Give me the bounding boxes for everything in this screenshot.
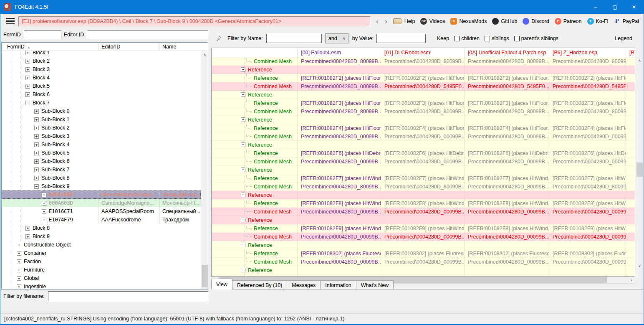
- value-cell[interactable]: [381, 241, 464, 249]
- value-cell[interactable]: [297, 141, 381, 149]
- record-field-row[interactable]: Combined MeshPrecombined\0004280D_80099B…: [212, 57, 635, 66]
- record-field-row[interactable]: Reference[REFR:001082F8] (places HitWind…: [212, 199, 635, 208]
- value-cell[interactable]: Precombined\0004280D_80099B...: [464, 57, 549, 65]
- record-field-row[interactable]: Combined MeshPrecombined\0004280D_00099B…: [212, 258, 635, 266]
- table-vertical-scrollbar[interactable]: ∧ ∨: [636, 48, 643, 277]
- value-cell[interactable]: [549, 66, 626, 74]
- value-cell[interactable]: [626, 266, 635, 274]
- value-cell[interactable]: [REFR:001082F3] (places HitFloor...: [464, 99, 549, 107]
- value-cell[interactable]: Precombined\0004280D_00099B...: [381, 157, 464, 165]
- pin-icon[interactable]: [216, 36, 222, 41]
- value-cell[interactable]: Precombined\0004280D_00099B...: [464, 157, 549, 165]
- value-cell[interactable]: Precombined\0004280D_80099B...: [381, 57, 464, 65]
- checkbox-icon[interactable]: [485, 36, 490, 41]
- value-cell[interactable]: Precombined\0004280D_00099B...: [381, 258, 464, 266]
- expand-icon[interactable]: +: [17, 251, 21, 256]
- expand-icon[interactable]: +: [25, 59, 30, 63]
- value-cell[interactable]: [REFR:001082F4] (places HitFloor...: [464, 124, 549, 132]
- record-group-row[interactable]: −Reference: [212, 116, 635, 124]
- value-cell[interactable]: [REFR:001082F9] (places HitWind...: [549, 224, 626, 232]
- expand-icon[interactable]: +: [42, 201, 46, 206]
- record-field-row[interactable]: Reference[REFR:00108303] (places Fluores…: [212, 274, 635, 276]
- tree-node-row[interactable]: +Global: [2, 274, 201, 282]
- value-cell[interactable]: [626, 57, 635, 65]
- value-cell[interactable]: [REFR:00108302] (places Fluoresc...: [549, 249, 626, 257]
- value-cell[interactable]: [626, 233, 635, 241]
- value-cell[interactable]: [464, 266, 549, 274]
- value-cell[interactable]: [626, 82, 635, 90]
- value-cell[interactable]: Precombined\0004280D_00099B...: [297, 233, 381, 241]
- expand-icon[interactable]: +: [34, 168, 39, 172]
- value-cell[interactable]: [297, 241, 381, 249]
- close-button[interactable]: [624, 0, 644, 14]
- tree-node-row[interactable]: +Block 5: [2, 82, 201, 90]
- record-field-row[interactable]: Reference[REFR:001082F6] (places HitDebr…: [212, 149, 635, 157]
- value-cell[interactable]: Precombined\0004280D_00099B...: [549, 208, 626, 216]
- value-cell[interactable]: [REFR:001082F6] (places HitDebri...: [381, 149, 464, 157]
- record-group-row[interactable]: −Reference: [212, 91, 635, 99]
- value-cell[interactable]: [626, 199, 635, 207]
- record-group-row[interactable]: −Reference: [212, 241, 635, 249]
- tree-node-row[interactable]: +Block 9: [2, 232, 201, 241]
- link-github[interactable]: GitHub: [492, 18, 517, 25]
- value-cell[interactable]: Precombined\0004280D_00099B...: [549, 233, 626, 241]
- value-cell[interactable]: [626, 174, 635, 182]
- filter-value-input[interactable]: [376, 34, 426, 43]
- tab-information[interactable]: Information: [320, 280, 356, 289]
- value-cell[interactable]: [297, 116, 381, 124]
- collapse-icon[interactable]: −: [241, 67, 245, 72]
- value-cell[interactable]: Precombined\0004280D_80099B...: [549, 107, 626, 115]
- value-cell[interactable]: Precombined\0004280D_00099B...: [549, 132, 626, 140]
- value-cell[interactable]: [626, 208, 635, 216]
- tree-record-row[interactable]: +000A603DCambridgeMonsigno...Монсиньор-П…: [2, 199, 201, 207]
- record-field-row[interactable]: Reference[REFR:001082F4] (places HitFloo…: [212, 124, 635, 132]
- expand-icon[interactable]: +: [17, 284, 21, 289]
- value-cell[interactable]: [549, 191, 626, 199]
- record-group-row[interactable]: −Reference: [212, 141, 635, 149]
- value-cell[interactable]: [REFR:001082F8] (places HitWind...: [549, 199, 626, 207]
- value-cell[interactable]: Precombined\0004280D_00099B...: [381, 233, 464, 241]
- expand-icon[interactable]: +: [42, 209, 46, 214]
- value-cell[interactable]: [549, 216, 626, 224]
- expand-icon[interactable]: +: [25, 92, 30, 97]
- expand-icon[interactable]: +: [34, 126, 39, 130]
- expand-icon[interactable]: +: [34, 109, 39, 114]
- tree-node-row[interactable]: +Sub-Block 2: [2, 124, 201, 132]
- collapse-icon[interactable]: −: [241, 117, 245, 122]
- formid-input[interactable]: [24, 30, 61, 39]
- value-cell[interactable]: [549, 241, 626, 249]
- record-field-row[interactable]: Reference[REFR:00108302] (places Fluores…: [212, 249, 635, 258]
- link-videos[interactable]: GPVideos: [420, 18, 445, 25]
- maximize-button[interactable]: [605, 0, 624, 14]
- expand-icon[interactable]: +: [42, 218, 46, 222]
- record-group-row[interactable]: −Reference: [212, 166, 635, 174]
- value-cell[interactable]: [626, 241, 635, 249]
- expand-icon[interactable]: +: [17, 259, 21, 264]
- value-cell[interactable]: [REFR:00108303] (places Fluoresc...: [381, 274, 464, 276]
- filter-operator-dropdown[interactable]: and: [325, 33, 349, 43]
- value-cell[interactable]: Precombined\0004280D_00099B...: [297, 82, 381, 90]
- column-header-ufo4p[interactable]: [0A] Unofficial Fallout 4 Patch.esp: [464, 48, 549, 57]
- value-cell[interactable]: [626, 99, 635, 107]
- collapse-icon[interactable]: −: [241, 193, 245, 197]
- value-cell[interactable]: [297, 166, 381, 174]
- collapse-icon[interactable]: −: [241, 92, 245, 97]
- tree-node-row[interactable]: +Block 1: [2, 51, 201, 57]
- value-cell[interactable]: [626, 183, 635, 190]
- record-field-row[interactable]: Combined MeshPrecombined\0004280D_00099B…: [212, 82, 635, 91]
- expand-icon[interactable]: +: [34, 117, 39, 122]
- expand-icon[interactable]: +: [34, 142, 39, 147]
- tab-whats-new[interactable]: What's New: [356, 280, 394, 289]
- collapse-icon[interactable]: −: [241, 268, 245, 272]
- record-field-row[interactable]: Reference[REFR:001082F3] (places HitFloo…: [212, 99, 635, 107]
- checkbox-icon[interactable]: [454, 36, 460, 41]
- value-cell[interactable]: [626, 91, 635, 99]
- value-cell[interactable]: [381, 91, 464, 99]
- value-cell[interactable]: [297, 91, 381, 99]
- tree-header-name[interactable]: Name: [159, 43, 208, 51]
- value-cell[interactable]: [626, 258, 635, 266]
- value-cell[interactable]: [REFR:001082F4] (places HitFloor...: [549, 124, 626, 132]
- value-cell[interactable]: [REFR:001082F6] (places HitDebri...: [549, 149, 626, 157]
- value-cell[interactable]: [464, 116, 549, 124]
- value-cell[interactable]: [REFR:00108302] (places Fluoresc...: [381, 249, 464, 257]
